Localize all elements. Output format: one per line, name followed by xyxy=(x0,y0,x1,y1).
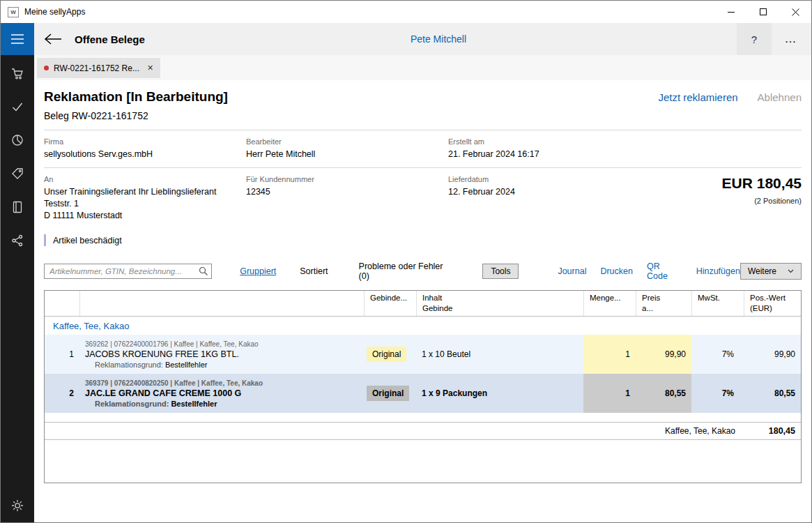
table-header: Gebinde... InhaltGebinde Menge... Preisa… xyxy=(45,291,801,317)
app-window: W Meine sellyApps Offene Belege Pete Mit… xyxy=(0,0,812,523)
row-number: 1 xyxy=(45,335,79,374)
maximize-icon xyxy=(760,8,767,16)
firma-value: sellysolutions Serv.ges.mbH xyxy=(44,149,246,159)
hamburger-menu-button[interactable] xyxy=(1,23,34,55)
app-logo-icon: W xyxy=(8,7,19,17)
check-icon[interactable] xyxy=(9,98,26,115)
more-actions-dropdown[interactable]: Weitere xyxy=(740,263,802,280)
positions-count: (2 Positionen) xyxy=(722,197,802,205)
ablehnen-button[interactable]: Ablehnen xyxy=(758,91,802,103)
row-number: 2 xyxy=(45,374,79,413)
main-content: Reklamation [In Bearbeitung] Jetzt rekla… xyxy=(34,80,811,522)
titlebar: W Meine sellyApps xyxy=(1,1,811,23)
mwst-cell: 7% xyxy=(691,335,744,374)
group-header[interactable]: Kaffee, Tee, Kakao xyxy=(45,317,801,335)
tab-document[interactable]: RW-0221-161752 Re... ✕ xyxy=(37,58,160,78)
header-gebinde[interactable]: Gebinde... xyxy=(364,291,416,316)
table-row-selected[interactable]: 2 369379 | 07622400820250 | Kaffee | Kaf… xyxy=(45,374,801,413)
page-title: Offene Belege xyxy=(75,33,145,45)
gebinde-chip: Original xyxy=(367,347,406,362)
back-button[interactable] xyxy=(44,33,62,45)
header-poswert[interactable]: Pos.-Wert(EUR) xyxy=(744,291,801,316)
problems-toggle[interactable]: Probleme oder Fehler (0) xyxy=(359,262,454,281)
more-actions-label: Weitere xyxy=(748,266,776,276)
complaint-note: Artikel beschädigt xyxy=(53,236,122,245)
search-icon xyxy=(199,266,208,278)
an-line1: Unser Trainingslieferant Ihr Lieblingsli… xyxy=(44,187,246,197)
tab-strip: RW-0221-161752 Re... ✕ xyxy=(34,55,811,80)
sidebar xyxy=(1,55,34,522)
header-num xyxy=(45,291,79,316)
an-label: An xyxy=(44,175,246,183)
inhalt-cell: 1 x 9 Packungen xyxy=(416,374,583,413)
an-line2: Teststr. 1 xyxy=(44,199,246,209)
share-network-icon[interactable] xyxy=(9,232,26,249)
complaint-reason: Reklamationsgrund: Bestellfehler xyxy=(85,361,358,369)
poswert-cell: 99,90 xyxy=(744,335,801,374)
inhalt-cell: 1 x 10 Beutel xyxy=(416,335,583,374)
erstellt-label: Erstellt am xyxy=(448,137,650,146)
kundennummer-value: 12345 xyxy=(246,187,448,197)
chevron-down-icon xyxy=(788,269,794,273)
document-total: EUR 180,45 xyxy=(722,175,802,192)
close-button[interactable] xyxy=(779,1,811,23)
preis-cell[interactable]: 80,55 xyxy=(636,374,691,413)
header-article xyxy=(79,291,364,316)
appbar: Offene Belege Pete Mitchell ? … xyxy=(1,23,811,55)
price-tag-icon[interactable] xyxy=(9,165,26,182)
print-link[interactable]: Drucken xyxy=(600,266,633,276)
back-arrow-icon xyxy=(44,33,62,45)
group-subtotal-row: Kaffee, Tee, Kakao 180,45 xyxy=(45,422,801,440)
tab-close-icon[interactable]: ✕ xyxy=(147,63,153,73)
minimize-icon xyxy=(728,8,735,16)
document-subtitle: Beleg RW-0221-161752 xyxy=(44,110,811,121)
qr-code-link[interactable]: QR Code xyxy=(647,262,682,281)
more-options-button[interactable]: … xyxy=(775,23,806,55)
maximize-button[interactable] xyxy=(747,1,779,23)
table-row[interactable]: 1 369262 | 07622400001796 | Kaffee | Kaf… xyxy=(45,335,801,374)
positions-table: Gebinde... InhaltGebinde Menge... Preisa… xyxy=(44,290,802,483)
menge-cell[interactable]: 1 xyxy=(583,335,636,374)
bearbeiter-value: Herr Pete Mitchell xyxy=(246,149,448,159)
header-mwst[interactable]: MwSt. xyxy=(691,291,744,316)
add-link[interactable]: Hinzufügen xyxy=(696,266,740,276)
gebinde-chip: Original xyxy=(367,386,409,401)
settings-gear-icon[interactable] xyxy=(9,497,26,514)
bearbeiter-label: Bearbeiter xyxy=(246,137,448,146)
article-name: JAC.LE GRAND CAFE CREME 1000 G xyxy=(85,388,358,398)
sorted-toggle[interactable]: Sortiert xyxy=(300,266,328,276)
note-marker xyxy=(44,234,46,246)
header-inhalt[interactable]: InhaltGebinde xyxy=(416,291,583,316)
header-preis[interactable]: Preisa... xyxy=(636,291,691,316)
toolbar: Gruppiert Sortiert Probleme oder Fehler … xyxy=(44,262,802,281)
user-name-link[interactable]: Pete Mitchell xyxy=(411,33,466,45)
reklamieren-button[interactable]: Jetzt reklamieren xyxy=(658,91,737,103)
erstellt-value: 21. Februar 2024 16:17 xyxy=(448,149,650,159)
subtotal-value: 180,45 xyxy=(744,426,801,436)
cart-icon[interactable] xyxy=(9,65,26,82)
kundennummer-label: Für Kundennummer xyxy=(246,175,448,183)
search-input[interactable] xyxy=(44,264,212,279)
article-meta: 369379 | 07622400820250 | Kaffee | Kaffe… xyxy=(85,379,358,387)
lieferdatum-value: 12. Februar 2024 xyxy=(448,187,602,197)
firma-label: Firma xyxy=(44,137,246,146)
article-name: JACOBS KROENUNG FREE 1KG BTL. xyxy=(85,349,358,359)
minimize-button[interactable] xyxy=(715,1,747,23)
menge-cell[interactable]: 1 xyxy=(583,374,636,413)
mwst-cell: 7% xyxy=(691,374,744,413)
poswert-cell: 80,55 xyxy=(744,374,801,413)
close-icon xyxy=(792,8,799,16)
header-menge[interactable]: Menge... xyxy=(583,291,636,316)
complaint-reason: Reklamationsgrund: Bestellfehler xyxy=(85,400,358,408)
document-title: Reklamation [In Bearbeitung] xyxy=(44,89,228,105)
journal-book-icon[interactable] xyxy=(9,199,26,215)
grouped-toggle[interactable]: Gruppiert xyxy=(240,266,276,276)
help-button[interactable]: ? xyxy=(737,23,772,55)
tab-label: RW-0221-161752 Re... xyxy=(54,63,139,73)
window-title: Meine sellyApps xyxy=(24,7,85,17)
pie-chart-icon[interactable] xyxy=(9,132,26,149)
preis-cell[interactable]: 99,90 xyxy=(636,335,691,374)
unsaved-dot-icon xyxy=(44,66,49,70)
journal-link[interactable]: Journal xyxy=(558,266,586,276)
tools-button[interactable]: Tools xyxy=(482,264,519,279)
